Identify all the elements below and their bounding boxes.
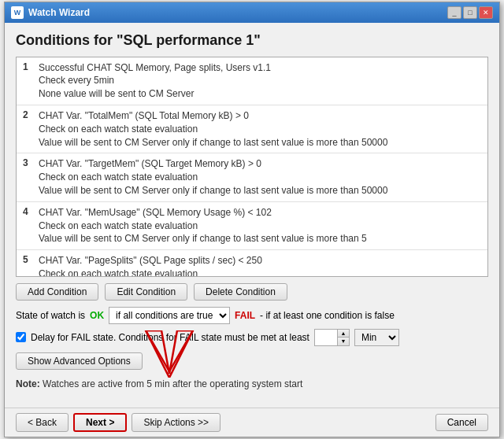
- cancel-button[interactable]: Cancel: [435, 414, 488, 431]
- app-icon: W: [11, 6, 24, 19]
- main-window: W Watch Wizard _ □ ✕ Conditions for "SQL…: [4, 2, 500, 438]
- condition-number: 1: [23, 61, 34, 101]
- condition-item[interactable]: 5CHAT Var. "PageSplits" (SQL Page splits…: [17, 250, 487, 276]
- delay-value-input[interactable]: 2: [315, 330, 337, 345]
- maximize-button[interactable]: □: [463, 6, 477, 19]
- content-area: Conditions for "SQL performance 1" 1Succ…: [5, 23, 499, 408]
- back-button[interactable]: < Back: [16, 413, 69, 432]
- page-title: Conditions for "SQL performance 1": [16, 32, 488, 49]
- note-text: Note: Watches are active from 5 min afte…: [16, 378, 488, 391]
- condition-item[interactable]: 1Successful CHAT SQL Memory, Page splits…: [17, 57, 487, 105]
- condition-text: CHAT Var. "TotalMem" (SQL Total Memory k…: [39, 109, 387, 149]
- spinner-buttons: ▲ ▼: [337, 330, 349, 345]
- titlebar-controls: _ □ ✕: [447, 6, 493, 19]
- state-select[interactable]: if all conditions are trueif any conditi…: [109, 307, 230, 324]
- condition-item[interactable]: 2CHAT Var. "TotalMem" (SQL Total Memory …: [17, 105, 487, 153]
- delete-condition-button[interactable]: Delete Condition: [194, 283, 287, 301]
- show-advanced-button[interactable]: Show Advanced Options: [16, 352, 143, 370]
- condition-item[interactable]: 3CHAT Var. "TargetMem" (SQL Target Memor…: [17, 153, 487, 201]
- arrow-decoration: [138, 330, 201, 378]
- note-body: Watches are active from 5 min after the …: [40, 378, 303, 389]
- fail-badge: FAIL: [235, 310, 255, 321]
- condition-number: 5: [23, 254, 34, 276]
- advanced-options-row: Show Advanced Options: [16, 352, 488, 370]
- spinner-up-button[interactable]: ▲: [338, 330, 349, 338]
- close-button[interactable]: ✕: [479, 6, 493, 19]
- add-condition-button[interactable]: Add Condition: [16, 283, 98, 301]
- condition-number: 3: [23, 157, 34, 197]
- bottom-right-buttons: Cancel: [435, 414, 488, 431]
- fail-suffix: - if at least one condition is false: [260, 310, 395, 321]
- delay-unit-select[interactable]: MinSecHour: [354, 329, 399, 346]
- minimize-button[interactable]: _: [447, 6, 461, 19]
- bottom-left-buttons: < Back Next > Skip Actions >>: [16, 413, 220, 432]
- note-area: Note: Watches are active from 5 min afte…: [16, 378, 488, 391]
- edit-condition-button[interactable]: Edit Condition: [105, 283, 187, 301]
- titlebar-left: W Watch Wizard: [11, 6, 90, 19]
- window-title: Watch Wizard: [28, 7, 90, 18]
- condition-number: 4: [23, 206, 34, 245]
- delay-spinner: 2 ▲ ▼: [314, 329, 350, 346]
- condition-number: 2: [23, 109, 34, 149]
- ok-badge: OK: [90, 310, 104, 321]
- condition-text: Successful CHAT SQL Memory, Page splits,…: [39, 61, 271, 101]
- condition-text: CHAT Var. "PageSplits" (SQL Page splits …: [39, 254, 372, 276]
- condition-text: CHAT Var. "TargetMem" (SQL Target Memory…: [39, 157, 387, 197]
- condition-text: CHAT Var. "MemUsage" (SQL Memory Usage %…: [39, 206, 367, 245]
- state-row: State of watch is OK if all conditions a…: [16, 307, 488, 324]
- spinner-down-button[interactable]: ▼: [338, 338, 349, 345]
- note-bold: Note:: [16, 378, 40, 389]
- titlebar: W Watch Wizard _ □ ✕: [5, 2, 499, 23]
- delay-checkbox[interactable]: [16, 332, 26, 342]
- delay-row: Delay for FAIL state. Conditions for FAI…: [16, 329, 488, 346]
- conditions-list: 1Successful CHAT SQL Memory, Page splits…: [16, 57, 488, 277]
- condition-item[interactable]: 4CHAT Var. "MemUsage" (SQL Memory Usage …: [17, 202, 487, 250]
- state-prefix: State of watch is: [16, 310, 85, 321]
- condition-buttons-row: Add Condition Edit Condition Delete Cond…: [16, 283, 488, 301]
- next-button[interactable]: Next >: [73, 413, 127, 432]
- skip-actions-button[interactable]: Skip Actions >>: [132, 413, 220, 432]
- bottom-bar: < Back Next > Skip Actions >> Cancel: [5, 408, 499, 437]
